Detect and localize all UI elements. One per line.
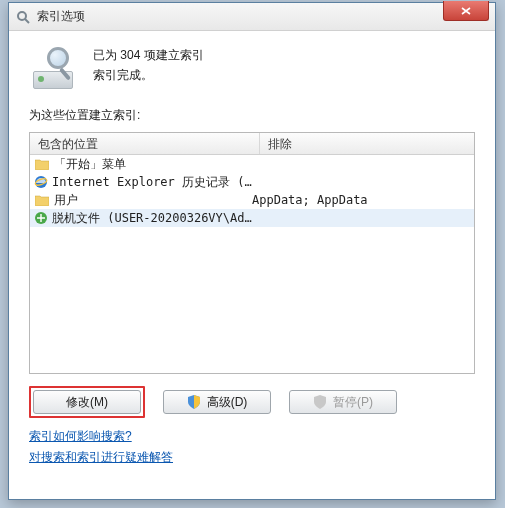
ie-icon	[34, 174, 48, 190]
row-label: Internet Explorer 历史记录 (USE...	[52, 174, 252, 191]
table-row[interactable]: Internet Explorer 历史记录 (USE...	[30, 173, 474, 191]
link-how-affects-search[interactable]: 索引如何影响搜索?	[29, 428, 132, 445]
content-area: 已为 304 项建立索引 索引完成。 为这些位置建立索引: 包含的位置 排除 「…	[9, 31, 495, 480]
table-row[interactable]: 脱机文件 (USER-20200326VY\Admin...	[30, 209, 474, 227]
shield-icon	[313, 395, 327, 409]
highlight-box: 修改(M)	[29, 386, 145, 418]
list-header: 包含的位置 排除	[30, 133, 474, 155]
app-icon	[15, 9, 31, 25]
header-exclude[interactable]: 排除	[260, 133, 474, 154]
status-text: 已为 304 项建立索引 索引完成。	[93, 45, 204, 85]
row-label: 用户	[54, 192, 78, 209]
folder-icon	[34, 156, 50, 172]
indexing-complete-text: 索引完成。	[93, 65, 204, 85]
table-row[interactable]: 「开始」菜单	[30, 155, 474, 173]
locations-list[interactable]: 包含的位置 排除 「开始」菜单Internet Explorer 历史记录 (U…	[29, 132, 475, 374]
shield-icon	[187, 395, 201, 409]
row-label: 脱机文件 (USER-20200326VY\Admin...	[52, 210, 252, 227]
svg-line-1	[25, 19, 29, 23]
titlebar[interactable]: 索引选项	[9, 3, 495, 31]
folder-icon	[34, 192, 50, 208]
locations-label: 为这些位置建立索引:	[29, 107, 475, 124]
offline-icon	[34, 210, 48, 226]
magnifier-drive-icon	[29, 45, 77, 93]
link-troubleshoot[interactable]: 对搜索和索引进行疑难解答	[29, 449, 173, 466]
advanced-button[interactable]: 高级(D)	[163, 390, 271, 414]
header-included[interactable]: 包含的位置	[30, 133, 260, 154]
window-title: 索引选项	[37, 8, 85, 25]
row-label: 「开始」菜单	[54, 156, 126, 173]
svg-point-0	[18, 12, 26, 20]
pause-button: 暂停(P)	[289, 390, 397, 414]
row-exclude: AppData; AppData	[252, 193, 470, 207]
indexing-options-window: 索引选项 已为 304 项建立索引 索引完成。 为这些位置建立索引: 包含的位置…	[8, 2, 496, 500]
modify-button[interactable]: 修改(M)	[33, 390, 141, 414]
indexed-count-text: 已为 304 项建立索引	[93, 45, 204, 65]
table-row[interactable]: 用户AppData; AppData	[30, 191, 474, 209]
close-button[interactable]	[443, 1, 489, 21]
